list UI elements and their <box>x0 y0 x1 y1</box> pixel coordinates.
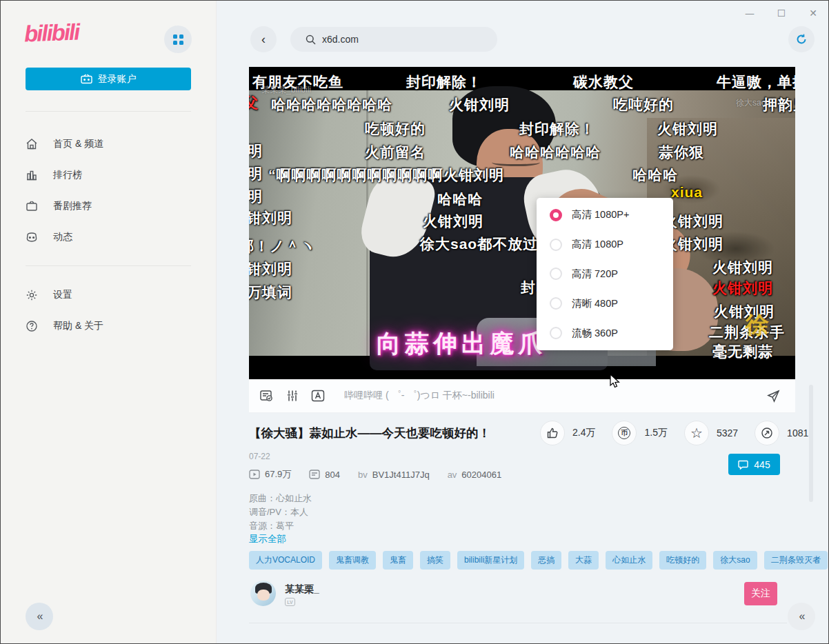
tag[interactable]: bilibili新星计划 <box>457 551 524 570</box>
danmaku-text: 徐大sao都不放过 <box>420 234 538 254</box>
sidebar-collapse-button[interactable]: « <box>26 603 53 630</box>
comments-button[interactable]: 445 <box>728 454 780 475</box>
minimize-button[interactable]: — <box>741 5 758 21</box>
video-watermark: 徐大sao <box>736 97 766 109</box>
tag[interactable]: 鬼畜 <box>383 551 413 570</box>
like-button[interactable]: 2.4万 <box>540 421 612 445</box>
tag[interactable]: 人力VOCALOID <box>249 551 322 570</box>
danmaku-settings-button[interactable] <box>286 390 299 402</box>
sidebar-item-label: 动态 <box>53 231 72 243</box>
favorite-button[interactable]: ☆ 5327 <box>684 421 755 445</box>
sidebar-item-ranking[interactable]: 排行榜 <box>26 165 191 185</box>
sidebar-item-dynamic[interactable]: 动态 <box>26 228 191 247</box>
radio-selected-icon <box>550 209 562 221</box>
search-icon <box>306 34 316 45</box>
danmaku-text: 邪！ノ＾ヽ <box>249 237 316 256</box>
danmaku-style-button[interactable] <box>311 390 325 402</box>
stats-row: 2.4万 币 1.5万 ☆ 5327 1081 <box>540 421 808 445</box>
tag[interactable]: 大蒜 <box>568 551 599 570</box>
view-count: 67.9万 <box>265 468 291 481</box>
sidebar-item-label: 番剧推荐 <box>53 200 92 212</box>
sliders-icon <box>286 390 299 402</box>
danmaku-text: 毫无剩蒜 <box>712 342 773 361</box>
danmaku-text: 火钳刘明 <box>443 165 504 185</box>
follow-button[interactable]: 关注 <box>744 582 777 605</box>
bilibili-logo[interactable]: bilibili <box>23 19 79 48</box>
tag[interactable]: 二荆条毁灭者 <box>764 551 828 570</box>
chevron-double-left-icon: « <box>37 610 42 623</box>
av-id[interactable]: 60204061 <box>461 470 501 480</box>
bv-id[interactable]: BV1Jt411J7Jq <box>372 470 430 480</box>
send-icon <box>767 390 780 403</box>
sidebar-divider <box>26 265 191 266</box>
danmaku-input[interactable]: 哔哩哔哩 ( ゜- ゜)つロ 干杯~-bilibili <box>344 390 767 402</box>
sidebar-item-bangumi[interactable]: 番剧推荐 <box>26 197 191 216</box>
sidebar-item-settings[interactable]: 设置 <box>26 285 191 305</box>
divider <box>249 623 787 623</box>
video-player[interactable]: 有朋友不吃鱼封印解除！碳水教父牛逼嗷，单排父哈哈哈哈哈哈哈哈火钳刘明吃吨好的押韵… <box>249 67 795 379</box>
danmaku-text: 碳水教父 <box>573 72 634 92</box>
maximize-button[interactable]: ☐ <box>773 5 790 21</box>
tag[interactable]: 心如止水 <box>606 551 652 570</box>
share-button[interactable]: 1081 <box>755 421 808 445</box>
refresh-icon <box>795 33 808 46</box>
login-label: 登录账户 <box>98 73 137 85</box>
upload-date: 07-22 <box>249 452 270 461</box>
sidebar-divider <box>26 111 191 112</box>
level-badge-icon: LV <box>285 598 295 606</box>
video-title: 【徐大骚】蒜如止水——今天也要吃顿好的！ <box>249 425 490 441</box>
sidebar-item-help[interactable]: 帮助 & 关于 <box>26 316 191 336</box>
tag[interactable]: 鬼畜调教 <box>329 551 376 570</box>
quality-option-720p[interactable]: 高清 720P <box>537 260 673 288</box>
grid-icon <box>173 34 183 45</box>
quality-option-1080p[interactable]: 高清 1080P <box>537 231 673 259</box>
scrollbar-thumb[interactable] <box>809 385 813 502</box>
ranking-icon <box>26 169 38 181</box>
danmaku-list-button[interactable] <box>260 390 274 402</box>
sidebar-item-home[interactable]: 首页 & 频道 <box>26 134 191 154</box>
show-all-link[interactable]: 显示全部 <box>249 533 286 545</box>
tag[interactable]: 搞笑 <box>420 551 450 570</box>
apps-grid-button[interactable] <box>164 26 192 53</box>
danmaku-text: 火钳刘明 <box>423 212 483 231</box>
danmaku-text: 火钳刘明 <box>712 279 773 298</box>
tag[interactable]: 吃顿好的 <box>659 551 706 570</box>
back-button[interactable]: ‹ <box>250 26 277 52</box>
danmaku-text: “啊啊啊啊啊啊啊啊啊啊啊 <box>268 165 443 185</box>
close-button[interactable]: ✕ <box>805 5 821 21</box>
like-count: 2.4万 <box>572 427 595 439</box>
danmaku-list-icon <box>260 390 274 402</box>
share-icon <box>755 421 779 445</box>
danmaku-text: 火钳刘明 <box>249 187 263 206</box>
quality-menu: 高清 1080P+ 高清 1080P 高清 720P 清晰 480P 流畅 36… <box>537 198 673 350</box>
danmaku-text: 封印解除！ <box>406 72 482 92</box>
comment-bubble-icon <box>738 460 748 470</box>
quality-option-1080p-plus[interactable]: 高清 1080P+ <box>537 201 673 229</box>
quality-option-360p[interactable]: 流畅 360P <box>537 319 673 347</box>
radio-icon <box>550 297 562 310</box>
quality-option-480p[interactable]: 清晰 480P <box>537 290 673 317</box>
refresh-button[interactable] <box>788 26 815 52</box>
danmaku-text: 吃顿好的 <box>365 119 426 139</box>
danmaku-text: 父 <box>249 93 259 112</box>
thumbs-up-icon <box>540 421 565 445</box>
dynamic-icon <box>26 231 38 243</box>
danmaku-text: 火钳刘明 <box>249 141 263 161</box>
search-input[interactable]: x6d.com <box>290 27 497 52</box>
danmaku-send-button[interactable] <box>767 390 780 403</box>
uploader-avatar[interactable] <box>250 581 276 606</box>
help-icon <box>26 320 38 332</box>
chevron-double-left-icon: « <box>799 610 804 623</box>
uploader-name[interactable]: 某某栗_ <box>285 583 319 596</box>
radio-icon <box>550 327 562 339</box>
login-button[interactable]: 登录账户 <box>26 68 191 90</box>
panel-collapse-button[interactable]: « <box>788 603 815 630</box>
danmaku-text: 封印解除！ <box>519 119 595 139</box>
home-icon <box>26 138 38 150</box>
sidebar: bilibili 登录账户 首页 & 频道 排行榜 番剧推荐 动态 设置 帮助 … <box>1 1 217 643</box>
tag[interactable]: 徐大sao <box>713 551 757 570</box>
sidebar-item-label: 设置 <box>53 289 72 301</box>
coin-button[interactable]: 币 1.5万 <box>612 421 683 445</box>
tag[interactable]: 恶搞 <box>531 551 561 570</box>
danmaku-text: 吃吨好的 <box>613 95 674 114</box>
